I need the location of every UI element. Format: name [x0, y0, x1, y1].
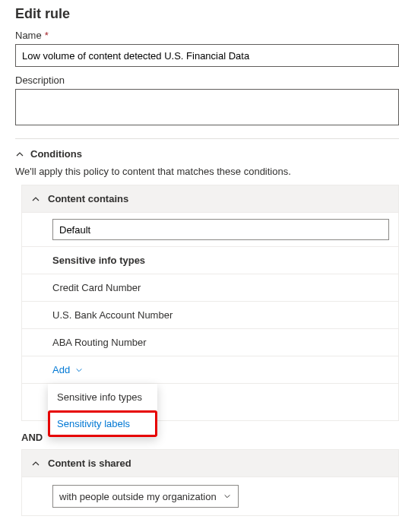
sit-item[interactable]: ABA Routing Number	[22, 329, 398, 356]
page-title: Edit rule	[15, 6, 399, 22]
conditions-header[interactable]: Conditions	[15, 148, 399, 160]
menu-item-sensitive-info-types[interactable]: Sensitive info types	[48, 384, 157, 410]
description-label: Description	[15, 74, 399, 86]
description-input[interactable]	[15, 89, 399, 125]
name-label-text: Name	[15, 30, 42, 41]
condition-content-shared: Content is shared with people outside my…	[21, 449, 399, 516]
required-asterisk: *	[45, 30, 49, 41]
menu-item-sensitivity-labels[interactable]: Sensitivity labels	[48, 410, 157, 437]
chevron-up-icon	[15, 150, 24, 159]
name-field-group: Name *	[15, 30, 399, 67]
conditions-help-text: We'll apply this policy to content that …	[15, 166, 399, 177]
group-name-input[interactable]	[52, 219, 389, 240]
add-sit-menu: Sensitive info types Sensitivity labels	[48, 384, 157, 437]
chevron-up-icon	[31, 195, 40, 204]
edit-rule-panel: Edit rule Name * Description Conditions …	[0, 0, 399, 532]
sit-item[interactable]: U.S. Bank Account Number	[22, 302, 398, 329]
chevron-down-icon	[74, 366, 84, 375]
sit-item[interactable]: Credit Card Number	[22, 274, 398, 302]
condition-content-shared-title: Content is shared	[48, 458, 131, 469]
condition-content-shared-header[interactable]: Content is shared	[22, 450, 398, 477]
description-field-group: Description	[15, 74, 399, 128]
add-sit-button[interactable]: Add	[52, 364, 84, 375]
sensitive-info-types-label: Sensitive info types	[22, 247, 398, 274]
content-shared-select[interactable]: with people outside my organization	[52, 485, 239, 508]
add-sit-row: Add Sensitive info types Sensitivity lab…	[22, 356, 398, 384]
content-shared-row: with people outside my organization	[22, 477, 398, 515]
name-input[interactable]	[15, 44, 399, 67]
divider	[15, 138, 399, 139]
conditions-title: Conditions	[30, 148, 82, 160]
name-label: Name *	[15, 30, 399, 41]
condition-content-contains: Content contains Sensitive info types Cr…	[21, 185, 399, 421]
chevron-up-icon	[31, 459, 40, 468]
condition-content-contains-title: Content contains	[48, 193, 128, 204]
content-shared-selected: with people outside my organization	[59, 491, 217, 502]
add-sit-label: Add	[52, 364, 70, 375]
group-name-row	[22, 213, 398, 247]
condition-content-contains-header[interactable]: Content contains	[22, 185, 398, 213]
chevron-down-icon	[223, 492, 232, 501]
